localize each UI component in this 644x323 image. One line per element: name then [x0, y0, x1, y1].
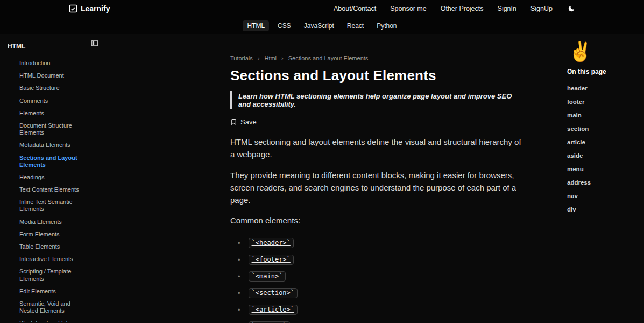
code-link-aside[interactable]: `<aside>`: [249, 321, 290, 323]
breadcrumb: Tutorials Html Sections and Layout Eleme…: [230, 55, 525, 61]
topic-python[interactable]: Python: [372, 20, 401, 31]
toc-item-menu[interactable]: menu: [566, 163, 639, 176]
code-link-article[interactable]: `<article>`: [249, 305, 298, 315]
topics-bar: HTML CSS JavaScript React Python: [0, 17, 644, 34]
topic-javascript[interactable]: JavaScript: [300, 20, 338, 31]
list-item: `<aside>`: [238, 321, 525, 323]
toc-item-article[interactable]: article: [566, 136, 639, 149]
sidebar-item-basic-structure[interactable]: Basic Structure: [0, 82, 86, 94]
sidebar-item-media-elements[interactable]: Media Elements: [0, 216, 86, 228]
sidebar-item-scripting-template-elements[interactable]: Scripting / Template Elements: [0, 265, 86, 285]
toc-item-aside[interactable]: aside: [566, 149, 639, 163]
sidebar-item-introduction[interactable]: Introduction: [0, 57, 86, 69]
sidebar-item-metadata-elements[interactable]: Metadata Elements: [0, 139, 86, 151]
brand-name: Learnify: [81, 4, 110, 13]
sidebar: HTML Introduction HTML Document Basic St…: [0, 34, 86, 322]
paragraph-2: They provide meaning to different conten…: [230, 169, 525, 207]
code-link-footer[interactable]: `<footer>`: [249, 255, 294, 265]
list-item: `<main>`: [238, 271, 525, 282]
nav-sponsor-me[interactable]: Sponsor me: [390, 5, 426, 12]
sidebar-item-table-elements[interactable]: Table Elements: [0, 241, 86, 253]
list-item: `<header>`: [238, 238, 525, 248]
sidebar-item-sections-and-layout-elements[interactable]: Sections and Layout Elements: [0, 152, 86, 171]
victory-hand-icon: ✌: [568, 42, 639, 61]
nav-signup[interactable]: SignUp: [530, 5, 553, 12]
toc-item-main[interactable]: main: [566, 109, 639, 122]
list-item: `<section>`: [238, 288, 525, 298]
article: Tutorials Html Sections and Layout Eleme…: [230, 55, 525, 323]
sidebar-toggle-icon: [91, 39, 98, 47]
topic-css[interactable]: CSS: [273, 20, 295, 31]
page-title: Sections and Layout Elements: [230, 67, 525, 84]
breadcrumb-html[interactable]: Html: [258, 55, 277, 61]
toc-item-div[interactable]: div: [566, 203, 639, 216]
code-link-main[interactable]: `<main>`: [249, 271, 286, 282]
sidebar-item-elements[interactable]: Elements: [0, 107, 86, 120]
paragraph-1: HTML sectioning and layout elements defi…: [230, 136, 525, 161]
sidebar-item-block-level-inline-elements[interactable]: Block-level and Inline Elements: [0, 317, 86, 322]
brand[interactable]: Learnify: [69, 4, 110, 13]
sidebar-item-headings[interactable]: Headings: [0, 171, 86, 184]
toc-item-section[interactable]: section: [566, 122, 639, 136]
elements-list: `<header>` `<footer>` `<main>` `<section…: [230, 238, 525, 323]
on-this-page-panel: ✌ On this page header footer main sectio…: [561, 34, 644, 322]
save-button[interactable]: Save: [230, 118, 257, 126]
toc-item-address[interactable]: address: [566, 176, 639, 189]
theme-toggle-button[interactable]: [568, 5, 575, 12]
topic-html[interactable]: HTML: [243, 20, 269, 31]
list-item: `<footer>`: [238, 255, 525, 265]
toc-item-nav[interactable]: nav: [566, 189, 639, 203]
sidebar-item-document-structure-elements[interactable]: Document Structure Elements: [0, 120, 86, 139]
save-label: Save: [240, 118, 257, 126]
page-layout: HTML Introduction HTML Document Basic St…: [0, 34, 644, 322]
toc-item-header[interactable]: header: [566, 82, 639, 95]
code-link-section[interactable]: `<section>`: [249, 288, 298, 298]
intro-quote: Learn how HTML sectioning elements help …: [230, 91, 525, 109]
breadcrumb-current-page: Sections and Layout Elements: [281, 55, 368, 61]
sidebar-toggle-button[interactable]: [89, 38, 100, 48]
sidebar-item-semantic-void-nested-elements[interactable]: Semantic, Void and Nested Elements: [0, 298, 86, 317]
top-nav: About/Contact Sponsor me Other Projects …: [334, 5, 575, 12]
sidebar-item-comments[interactable]: Comments: [0, 95, 86, 107]
learnify-logo-icon: [69, 4, 77, 13]
nav-signin[interactable]: SignIn: [498, 5, 516, 12]
toc-item-footer[interactable]: footer: [566, 95, 639, 109]
list-item: `<article>`: [238, 305, 525, 315]
topic-react[interactable]: React: [343, 20, 368, 31]
code-link-header[interactable]: `<header>`: [249, 238, 294, 248]
sidebar-item-inline-text-semantic-elements[interactable]: Inline Text Semantic Elements: [0, 196, 86, 215]
sidebar-item-html-document[interactable]: HTML Document: [0, 69, 86, 82]
sidebar-title: HTML: [0, 43, 86, 50]
moon-icon: [568, 5, 575, 12]
sidebar-item-form-elements[interactable]: Form Elements: [0, 228, 86, 241]
sidebar-item-edit-elements[interactable]: Edit Elements: [0, 285, 86, 298]
sidebar-item-interactive-elements[interactable]: Interactive Elements: [0, 253, 86, 265]
sidebar-item-text-content-elements[interactable]: Text Content Elements: [0, 184, 86, 196]
toc-title: On this page: [567, 68, 639, 75]
nav-other-projects[interactable]: Other Projects: [441, 5, 484, 12]
breadcrumb-tutorials[interactable]: Tutorials: [230, 55, 253, 61]
top-bar: Learnify About/Contact Sponsor me Other …: [0, 0, 644, 17]
content-area: Tutorials Html Sections and Layout Eleme…: [86, 34, 561, 322]
nav-about-contact[interactable]: About/Contact: [334, 5, 376, 12]
paragraph-3: Common elements:: [230, 214, 525, 227]
bookmark-icon: [230, 118, 237, 125]
